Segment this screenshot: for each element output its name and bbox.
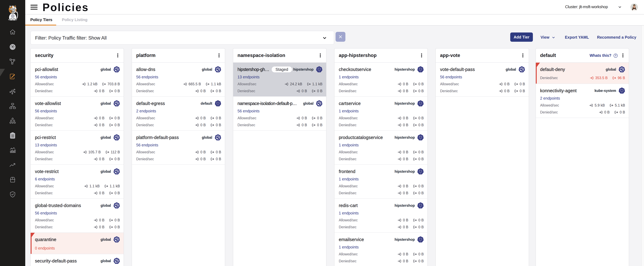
svg-text:ns: ns [420,139,421,140]
svg-text:ns: ns [420,105,421,106]
svg-text:ns: ns [420,207,421,208]
svg-text:ns: ns [420,241,421,242]
svg-text:ns: ns [420,71,421,72]
svg-text:ns: ns [319,71,320,72]
svg-text:?: ? [615,54,616,57]
svg-text:ns: ns [218,105,218,106]
svg-text:ns: ns [621,92,622,93]
svg-text:ns: ns [420,173,421,174]
